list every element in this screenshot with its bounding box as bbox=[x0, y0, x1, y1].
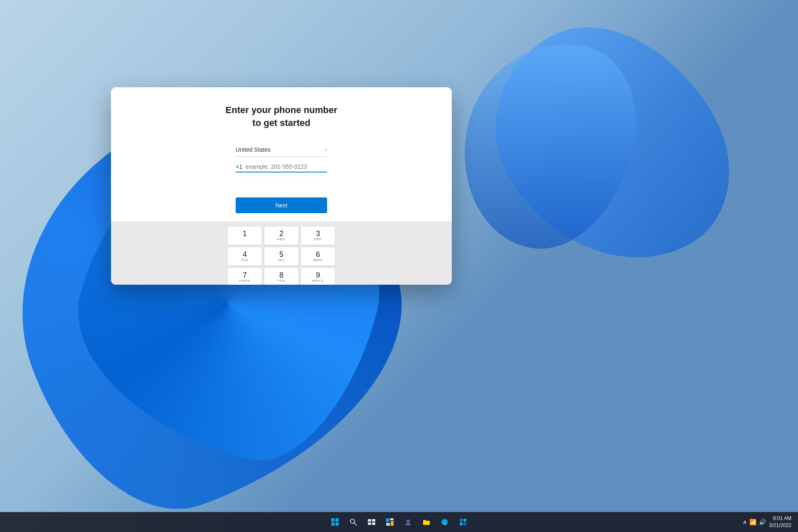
key-4[interactable]: 4 GHI bbox=[228, 247, 262, 266]
phone-input-row: +1 bbox=[236, 163, 327, 172]
chat-button[interactable] bbox=[400, 514, 416, 530]
volume-icon[interactable]: 🔊 bbox=[759, 519, 766, 525]
svg-rect-7 bbox=[372, 519, 375, 522]
start-button[interactable] bbox=[327, 514, 343, 530]
key-1[interactable]: 1 bbox=[228, 227, 262, 245]
svg-rect-1 bbox=[335, 518, 339, 522]
clock-date: 3/21/2022 bbox=[769, 522, 791, 529]
store-button[interactable] bbox=[455, 514, 471, 530]
svg-rect-18 bbox=[463, 519, 466, 522]
svg-rect-19 bbox=[460, 522, 463, 525]
key-2[interactable]: 2 ABC bbox=[264, 227, 298, 245]
clock[interactable]: 8:01 AM 3/21/2022 bbox=[769, 515, 791, 529]
edge-browser-button[interactable] bbox=[436, 514, 453, 530]
svg-rect-11 bbox=[390, 518, 394, 520]
search-button[interactable] bbox=[345, 514, 362, 530]
phone-input[interactable] bbox=[246, 163, 327, 170]
key-6[interactable]: 6 MNO bbox=[301, 247, 335, 266]
country-selector[interactable]: United States › bbox=[236, 146, 327, 157]
svg-rect-10 bbox=[386, 518, 389, 522]
svg-rect-8 bbox=[368, 522, 371, 525]
taskbar: ∧ 📶 🔊 8:01 AM 3/21/2022 bbox=[0, 512, 798, 532]
key-7[interactable]: 7 PQRS bbox=[228, 268, 262, 285]
keypad-section: 1 2 ABC 3 DEF 4 GHI 5 JKL 6 MN bbox=[111, 222, 452, 285]
svg-rect-2 bbox=[331, 522, 335, 526]
chevron-up-icon[interactable]: ∧ bbox=[743, 519, 747, 525]
svg-rect-3 bbox=[335, 522, 339, 526]
country-code: +1 bbox=[236, 163, 242, 170]
svg-rect-12 bbox=[386, 523, 390, 526]
task-view-button[interactable] bbox=[363, 514, 380, 530]
svg-rect-17 bbox=[460, 519, 463, 522]
key-5[interactable]: 5 JKL bbox=[264, 247, 298, 266]
svg-rect-6 bbox=[368, 519, 371, 522]
taskbar-right-section: ∧ 📶 🔊 8:01 AM 3/21/2022 bbox=[743, 515, 791, 529]
country-label: United States bbox=[236, 146, 271, 153]
keypad-row-2: 4 GHI 5 JKL 6 MNO bbox=[228, 247, 335, 266]
key-8[interactable]: 8 TUV bbox=[264, 268, 298, 285]
next-button[interactable]: Next bbox=[236, 197, 327, 213]
taskbar-center-icons bbox=[327, 514, 471, 530]
chevron-right-icon: › bbox=[325, 147, 327, 153]
clock-time: 8:01 AM bbox=[769, 515, 791, 522]
svg-rect-0 bbox=[331, 518, 335, 522]
dialog-title: Enter your phone number to get started bbox=[226, 104, 337, 130]
dialog-top-section: Enter your phone number to get started U… bbox=[111, 87, 452, 222]
key-9[interactable]: 9 WXYZ bbox=[301, 268, 335, 285]
widgets-button[interactable] bbox=[382, 514, 398, 530]
svg-rect-9 bbox=[372, 522, 375, 525]
svg-rect-20 bbox=[463, 522, 466, 525]
svg-point-14 bbox=[406, 520, 410, 523]
svg-rect-13 bbox=[391, 521, 394, 526]
keypad-row-3: 7 PQRS 8 TUV 9 WXYZ bbox=[228, 268, 335, 285]
file-explorer-button[interactable] bbox=[418, 514, 435, 530]
svg-rect-15 bbox=[406, 523, 411, 525]
network-icon[interactable]: 📶 bbox=[749, 519, 756, 525]
phone-number-dialog: Enter your phone number to get started U… bbox=[111, 87, 452, 285]
system-tray-icons: ∧ 📶 🔊 bbox=[743, 519, 766, 525]
svg-line-5 bbox=[354, 523, 357, 525]
keypad-row-1: 1 2 ABC 3 DEF bbox=[228, 227, 335, 245]
key-3[interactable]: 3 DEF bbox=[301, 227, 335, 245]
